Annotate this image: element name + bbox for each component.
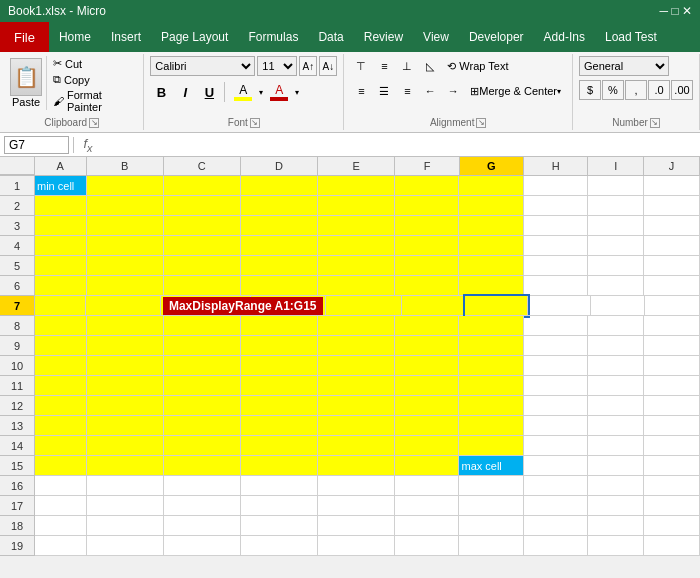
- cell-J17[interactable]: [644, 496, 700, 516]
- cell-A17[interactable]: [35, 496, 87, 516]
- align-center-button[interactable]: ☰: [373, 81, 395, 101]
- cell-G3[interactable]: [459, 216, 523, 236]
- cell-H2[interactable]: [524, 196, 588, 216]
- cell-I2[interactable]: [588, 196, 644, 216]
- percent-button[interactable]: %: [602, 80, 624, 100]
- cell-B16[interactable]: [87, 476, 164, 496]
- cell-F10[interactable]: [395, 356, 459, 376]
- cell-G9[interactable]: [459, 336, 523, 356]
- cell-F4[interactable]: [395, 236, 459, 256]
- cell-E8[interactable]: [318, 316, 395, 336]
- cell-B11[interactable]: [87, 376, 164, 396]
- cell-F15[interactable]: [395, 456, 459, 476]
- comma-button[interactable]: ,: [625, 80, 647, 100]
- cell-D16[interactable]: [241, 476, 318, 496]
- cell-E13[interactable]: [318, 416, 395, 436]
- cell-D2[interactable]: [241, 196, 318, 216]
- cell-B19[interactable]: [87, 536, 164, 556]
- font-size-select[interactable]: 11: [257, 56, 297, 76]
- fill-color-button[interactable]: A: [229, 81, 257, 103]
- cell-D17[interactable]: [241, 496, 318, 516]
- align-right-button[interactable]: ≡: [396, 81, 418, 101]
- cell-G6[interactable]: [459, 276, 523, 296]
- cell-D12[interactable]: [241, 396, 318, 416]
- cell-D13[interactable]: [241, 416, 318, 436]
- cell-C13[interactable]: [164, 416, 241, 436]
- cell-H6[interactable]: [524, 276, 588, 296]
- cell-G12[interactable]: [459, 396, 523, 416]
- align-left-button[interactable]: ≡: [350, 81, 372, 101]
- cell-I16[interactable]: [588, 476, 644, 496]
- cell-I18[interactable]: [588, 516, 644, 536]
- col-header-G[interactable]: G: [460, 157, 524, 175]
- cell-I5[interactable]: [588, 256, 644, 276]
- cell-E9[interactable]: [318, 336, 395, 356]
- cell-C2[interactable]: [164, 196, 241, 216]
- font-family-select[interactable]: Calibri: [150, 56, 255, 76]
- cut-button[interactable]: ✂ Cut: [51, 56, 137, 71]
- cell-E15[interactable]: [318, 456, 395, 476]
- tab-data[interactable]: Data: [308, 26, 353, 48]
- row-num-12[interactable]: 12: [0, 396, 35, 416]
- cell-D14[interactable]: [241, 436, 318, 456]
- tab-loadtest[interactable]: Load Test: [595, 26, 667, 48]
- cell-A18[interactable]: [35, 516, 87, 536]
- cell-F12[interactable]: [395, 396, 459, 416]
- cell-C17[interactable]: [164, 496, 241, 516]
- cell-J6[interactable]: [644, 276, 700, 296]
- cell-D5[interactable]: [241, 256, 318, 276]
- tab-addins[interactable]: Add-Ins: [534, 26, 595, 48]
- cell-C18[interactable]: [164, 516, 241, 536]
- format-painter-button[interactable]: 🖌 Format Painter: [51, 88, 137, 114]
- col-header-B[interactable]: B: [87, 157, 164, 175]
- cell-F3[interactable]: [395, 216, 459, 236]
- col-header-I[interactable]: I: [588, 157, 644, 175]
- cell-A11[interactable]: [35, 376, 87, 396]
- cell-E18[interactable]: [318, 516, 395, 536]
- cell-J19[interactable]: [644, 536, 700, 556]
- cell-H11[interactable]: [524, 376, 588, 396]
- cell-B1[interactable]: [87, 176, 164, 196]
- cell-J1[interactable]: [644, 176, 700, 196]
- cell-A7[interactable]: [35, 296, 86, 316]
- cell-B9[interactable]: [87, 336, 164, 356]
- cell-A8[interactable]: [35, 316, 87, 336]
- merge-dropdown-arrow[interactable]: ▾: [557, 87, 561, 96]
- cell-A19[interactable]: [35, 536, 87, 556]
- cell-F17[interactable]: [395, 496, 459, 516]
- decrease-decimal-button[interactable]: .0: [648, 80, 670, 100]
- cell-E3[interactable]: [318, 216, 395, 236]
- cell-F7[interactable]: [402, 296, 465, 316]
- cell-F2[interactable]: [395, 196, 459, 216]
- cell-D19[interactable]: [241, 536, 318, 556]
- tab-developer[interactable]: Developer: [459, 26, 534, 48]
- cell-E4[interactable]: [318, 236, 395, 256]
- cell-E2[interactable]: [318, 196, 395, 216]
- increase-indent-button[interactable]: →: [442, 81, 464, 101]
- row-num-14[interactable]: 14: [0, 436, 35, 456]
- cell-J12[interactable]: [644, 396, 700, 416]
- cell-F11[interactable]: [395, 376, 459, 396]
- cell-I11[interactable]: [588, 376, 644, 396]
- cell-E5[interactable]: [318, 256, 395, 276]
- number-format-select[interactable]: General: [579, 56, 669, 76]
- row-num-2[interactable]: 2: [0, 196, 35, 216]
- copy-button[interactable]: ⧉ Copy: [51, 72, 137, 87]
- cell-E1[interactable]: [318, 176, 395, 196]
- col-header-E[interactable]: E: [318, 157, 395, 175]
- cell-H3[interactable]: [524, 216, 588, 236]
- tab-home[interactable]: Home: [49, 26, 101, 48]
- cell-J9[interactable]: [644, 336, 700, 356]
- cell-D9[interactable]: [241, 336, 318, 356]
- cell-G14[interactable]: [459, 436, 523, 456]
- cell-H9[interactable]: [524, 336, 588, 356]
- cell-A4[interactable]: [35, 236, 87, 256]
- cell-C6[interactable]: [164, 276, 241, 296]
- cell-B6[interactable]: [87, 276, 164, 296]
- cell-G10[interactable]: [459, 356, 523, 376]
- cell-H7[interactable]: [528, 296, 591, 316]
- cell-B3[interactable]: [87, 216, 164, 236]
- file-menu-button[interactable]: File: [0, 22, 49, 52]
- cell-C16[interactable]: [164, 476, 241, 496]
- cell-D4[interactable]: [241, 236, 318, 256]
